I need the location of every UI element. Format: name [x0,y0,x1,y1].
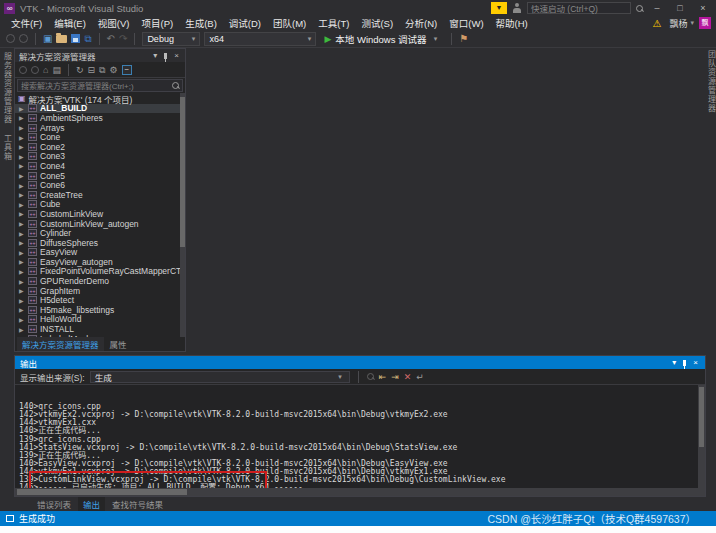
panel-tab-错误列表[interactable]: 错误列表 [32,497,76,511]
save-icon[interactable] [71,34,80,43]
project-node[interactable]: ▶++Cone [15,132,185,142]
project-node[interactable]: ▶++CustomLinkView_autogen [15,219,185,229]
project-node[interactable]: ▶++Cube [15,200,185,210]
configuration-select[interactable]: Debug ▾ [142,32,200,46]
maximize-button[interactable]: □ [671,2,689,15]
goto-next-message-icon[interactable]: ⇥ [391,372,399,382]
expander-icon[interactable]: ▶ [19,268,25,275]
undo-icon[interactable]: ↶ [107,32,115,46]
menu-item-帮助(H)[interactable]: 帮助(H) [490,16,534,30]
expander-icon[interactable]: ▶ [19,316,25,323]
home-icon[interactable]: ⌂ [43,63,48,77]
project-node[interactable]: ▶++Cone6 [15,180,185,190]
project-node[interactable]: ▶++Cone4 [15,161,185,171]
menu-item-窗口(W)[interactable]: 窗口(W) [443,16,489,30]
menu-item-生成(B)[interactable]: 生成(B) [179,16,223,30]
project-node[interactable]: ▶++INSTALL [15,324,185,334]
clear-all-icon[interactable]: ✕ [404,372,412,382]
menu-item-项目(P)[interactable]: 项目(P) [135,16,179,30]
expander-icon[interactable]: ▶ [19,105,25,112]
expander-icon[interactable]: ▶ [19,172,25,179]
forward-icon[interactable] [31,66,39,74]
project-node[interactable]: ▶++DiffuseSpheres [15,238,185,248]
project-node[interactable]: ▶++Cone5 [15,171,185,181]
menu-item-调试(D)[interactable]: 调试(D) [223,16,267,30]
window-position-icon[interactable]: ▾ [670,358,678,367]
menu-item-工具(T)[interactable]: 工具(T) [312,16,355,30]
collapse-all-icon[interactable]: ⊟ [88,63,96,77]
show-all-files-icon[interactable]: ⧉ [99,63,105,77]
start-debugging-button[interactable]: ▶ 本地 Windows 调试器 ▾ [320,31,444,46]
se-tab-属性[interactable]: 属性 [105,337,132,351]
project-node[interactable]: ▶++GraphItem [15,286,185,296]
project-node[interactable]: ▶++H5detect [15,295,185,305]
solution-search-input[interactable]: 搜索解决方案资源管理器(Ctrl+;) [17,79,183,92]
solution-root-node[interactable]: ▣解决方案'VTK' (174 个项目) [15,94,185,104]
output-panel-header[interactable]: 输出 ▾ × [15,356,705,369]
send-feedback-person-icon[interactable] [512,3,522,13]
close-button[interactable]: × [694,2,712,15]
navigate-back-icon[interactable] [6,34,15,43]
pin-icon[interactable] [164,53,167,59]
minimize-button[interactable]: – [648,2,666,15]
menu-item-分析(N)[interactable]: 分析(N) [399,16,443,30]
user-avatar[interactable]: 飘 [699,17,711,29]
menu-item-团队(M)[interactable]: 团队(M) [267,16,312,30]
platform-select[interactable]: x64 ▾ [204,32,316,46]
project-node[interactable]: ▶++H5make_libsettings [15,305,185,315]
expander-icon[interactable]: ▶ [19,220,25,227]
project-node[interactable]: ▶++EasyView [15,248,185,258]
expander-icon[interactable]: ▶ [19,306,25,313]
switch-views-icon[interactable]: ▤ [52,63,61,77]
menu-item-测试(S)[interactable]: 测试(S) [355,16,399,30]
warning-icon[interactable]: ⚠ [653,18,662,29]
find-message-icon[interactable] [367,373,374,380]
project-node[interactable]: ▶++CustomLinkView [15,209,185,219]
save-all-icon[interactable]: ⧉ [84,32,91,46]
properties-gear-icon[interactable]: ⚙ [109,63,117,77]
expander-icon[interactable]: ▶ [19,191,25,198]
menu-item-视图(V)[interactable]: 视图(V) [92,16,136,30]
project-node[interactable]: ▶++EasyView_autogen [15,257,185,267]
back-icon[interactable] [19,66,27,74]
open-folder-icon[interactable] [56,35,67,43]
project-node[interactable]: ▶++Cylinder [15,228,185,238]
expander-icon[interactable]: ▶ [19,153,25,160]
redo-icon[interactable]: ↷ [119,32,127,46]
expander-icon[interactable]: ▶ [19,143,25,150]
project-node[interactable]: ▶++Cone2 [15,142,185,152]
expander-icon[interactable]: ▶ [19,239,25,246]
side-tab-团队资源管理器[interactable]: 团队资源管理器 [706,50,716,113]
expander-icon[interactable]: ▶ [19,182,25,189]
project-node[interactable]: ▶++AmbientSpheres [15,113,185,123]
project-node[interactable]: ▶++GPURenderDemo [15,276,185,286]
side-tab-工具箱[interactable]: 工具箱 [2,134,13,161]
sync-icon[interactable]: ↻ [76,63,84,77]
panel-tab-输出[interactable]: 输出 [78,497,105,511]
menu-item-编辑(E)[interactable]: 编辑(E) [48,16,92,30]
project-node[interactable]: ▶++Arrays [15,123,185,133]
expander-icon[interactable]: ▶ [19,201,25,208]
expander-icon[interactable]: ▶ [19,297,25,304]
close-icon[interactable]: × [691,358,700,367]
menu-item-文件(F)[interactable]: 文件(F) [5,16,48,30]
expander-icon[interactable]: ▶ [19,210,25,217]
close-icon[interactable]: × [172,51,181,60]
build-output-console[interactable]: 140>qrc_icons.cpp142>vtkmyEx2.vcxproj ->… [15,385,705,488]
new-project-icon[interactable]: ▣ [43,32,52,46]
console-vertical-scrollbar[interactable] [698,385,705,488]
quick-launch-input[interactable]: 快速启动 (Ctrl+Q) [527,2,631,14]
output-source-select[interactable]: 生成 ▾ [90,371,350,383]
project-node[interactable]: ▶++HelloWorld [15,315,185,325]
expander-icon[interactable]: ▶ [19,287,25,294]
expander-icon[interactable]: ▶ [19,326,25,333]
preview-selected-items-icon[interactable]: − [122,65,133,75]
project-node[interactable]: ▶++Cone3 [15,152,185,162]
goto-previous-message-icon[interactable]: ⇤ [379,372,387,382]
project-node[interactable]: ▶++LabeledMesh [15,334,185,337]
expander-icon[interactable]: ▶ [19,124,25,131]
word-wrap-icon[interactable]: ↵ [416,372,424,382]
solution-explorer-header[interactable]: 解决方案资源管理器 ▾ × [15,49,185,62]
navigate-forward-icon[interactable] [19,34,28,43]
expander-icon[interactable]: ▶ [19,258,25,265]
